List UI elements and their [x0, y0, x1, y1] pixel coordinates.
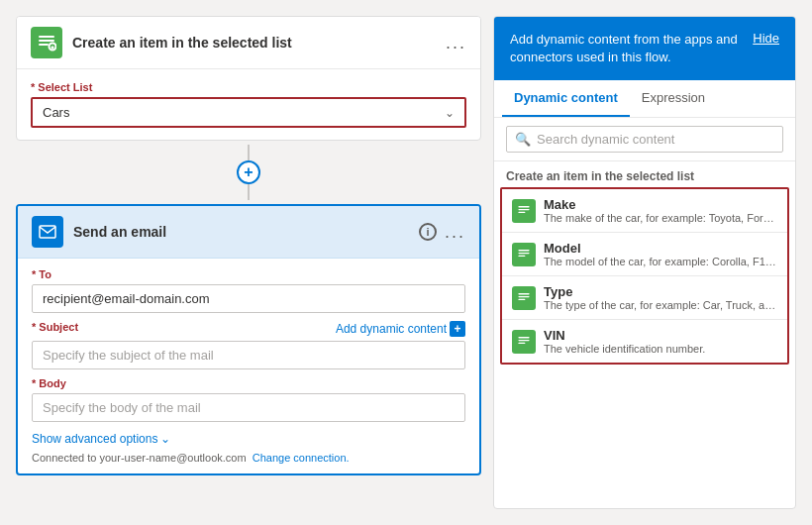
body-label: * Body: [32, 377, 465, 389]
chevron-down-icon: ⌄: [160, 432, 170, 446]
subject-row: * Subject Add dynamic content +: [32, 321, 465, 337]
item-list-icon: [512, 199, 536, 223]
svg-rect-17: [518, 340, 529, 341]
show-advanced-label: Show advanced options: [32, 432, 157, 446]
svg-rect-18: [518, 343, 525, 344]
flow-line-bottom: [248, 184, 250, 200]
dynamic-panel-header: Add dynamic content from the apps and co…: [494, 17, 795, 80]
create-item-body: * Select List Cars ⌄: [17, 69, 480, 140]
subject-label: * Subject: [32, 321, 78, 333]
item-name: Model: [544, 241, 777, 256]
to-input[interactable]: [32, 284, 465, 313]
svg-rect-14: [518, 296, 529, 297]
svg-rect-13: [518, 293, 529, 294]
email-card-header: Send an email i ...: [18, 206, 479, 259]
hide-button[interactable]: Hide: [753, 31, 779, 46]
email-icon: [32, 216, 63, 248]
search-box[interactable]: 🔍: [506, 126, 783, 153]
create-item-card: Create an item in the selected list ... …: [16, 16, 481, 141]
list-item-icon: [517, 204, 531, 218]
flow-line-top: [248, 145, 250, 160]
send-email-card: Send an email i ... * To * Subject Add d…: [16, 204, 481, 475]
item-content: Make The make of the car, for example: T…: [544, 197, 777, 224]
dynamic-section-title: Create an item in the selected list: [494, 161, 795, 187]
item-name: Type: [544, 284, 777, 299]
list-item-icon: [517, 291, 531, 305]
flow-panel: Create an item in the selected list ... …: [16, 16, 481, 509]
info-icon[interactable]: i: [419, 223, 437, 241]
dynamic-tabs: Dynamic content Expression: [494, 80, 795, 118]
list-item-icon: [517, 335, 531, 349]
add-dynamic-plus-icon: +: [450, 321, 465, 337]
item-description: The type of the car, for example: Car, T…: [544, 299, 777, 311]
create-item-title: Create an item in the selected list: [72, 35, 436, 51]
search-icon: 🔍: [515, 132, 531, 147]
item-description: The make of the car, for example: Toyota…: [544, 212, 777, 224]
add-dynamic-label: Add dynamic content: [336, 322, 447, 336]
dynamic-item[interactable]: Make The make of the car, for example: T…: [502, 189, 787, 233]
svg-rect-16: [518, 337, 529, 338]
svg-rect-9: [518, 212, 525, 213]
item-content: Model The model of the car, for example:…: [544, 241, 777, 267]
item-content: VIN The vehicle identification number.: [544, 328, 777, 355]
envelope-icon: [38, 222, 57, 242]
item-description: The vehicle identification number.: [544, 343, 777, 355]
svg-rect-0: [39, 36, 54, 38]
show-advanced-button[interactable]: Show advanced options ⌄: [32, 432, 465, 446]
list-icon: [37, 33, 56, 52]
dynamic-search-area: 🔍: [494, 118, 795, 161]
tab-expression[interactable]: Expression: [630, 80, 717, 117]
svg-rect-11: [518, 253, 529, 254]
dynamic-items-list: Make The make of the car, for example: T…: [500, 187, 789, 365]
item-content: Type The type of the car, for example: C…: [544, 284, 777, 311]
create-item-menu[interactable]: ...: [446, 33, 466, 53]
body-input[interactable]: [32, 393, 465, 422]
svg-rect-6: [40, 226, 55, 238]
select-list-label: * Select List: [31, 81, 466, 93]
create-item-icon: [31, 27, 62, 58]
svg-rect-15: [518, 299, 525, 300]
item-list-icon: [512, 330, 536, 354]
main-container: Create an item in the selected list ... …: [16, 16, 796, 509]
svg-rect-10: [518, 250, 529, 251]
subject-input[interactable]: [32, 341, 465, 369]
chevron-down-icon: ⌄: [445, 106, 455, 120]
item-name: Make: [544, 197, 777, 212]
add-step-button[interactable]: +: [237, 160, 260, 184]
create-item-card-header: Create an item in the selected list ...: [17, 17, 480, 69]
dynamic-header-text: Add dynamic content from the apps and co…: [510, 31, 753, 66]
dynamic-item[interactable]: VIN The vehicle identification number.: [502, 320, 787, 363]
email-card-body: * To * Subject Add dynamic content + * B…: [18, 259, 479, 473]
item-list-icon: [512, 286, 536, 310]
svg-rect-2: [39, 44, 49, 46]
dynamic-item[interactable]: Type The type of the car, for example: C…: [502, 276, 787, 320]
search-input[interactable]: [537, 132, 774, 147]
item-name: VIN: [544, 328, 777, 343]
svg-rect-7: [518, 206, 529, 207]
svg-rect-5: [51, 47, 54, 49]
dynamic-panel: Add dynamic content from the apps and co…: [493, 16, 796, 509]
change-connection-link[interactable]: Change connection.: [253, 452, 350, 464]
tab-dynamic-content[interactable]: Dynamic content: [502, 80, 630, 117]
svg-rect-1: [39, 40, 54, 42]
email-card-actions: i ...: [419, 222, 465, 243]
email-card-menu[interactable]: ...: [445, 222, 465, 243]
select-list-field[interactable]: Cars ⌄: [31, 97, 466, 128]
email-card-title: Send an email: [73, 224, 409, 240]
connection-info: Connected to your-user-name@outlook.com …: [32, 452, 465, 464]
item-list-icon: [512, 243, 536, 266]
item-description: The model of the car, for example: Corol…: [544, 256, 777, 267]
to-label: * To: [32, 268, 465, 280]
select-list-value: Cars: [43, 105, 69, 120]
dynamic-item[interactable]: Model The model of the car, for example:…: [502, 233, 787, 276]
connection-text: Connected to your-user-name@outlook.com: [32, 452, 247, 464]
flow-divider: +: [237, 141, 260, 204]
list-item-icon: [517, 248, 531, 262]
add-dynamic-button[interactable]: Add dynamic content +: [336, 321, 465, 337]
svg-rect-8: [518, 209, 529, 210]
svg-rect-12: [518, 256, 525, 257]
